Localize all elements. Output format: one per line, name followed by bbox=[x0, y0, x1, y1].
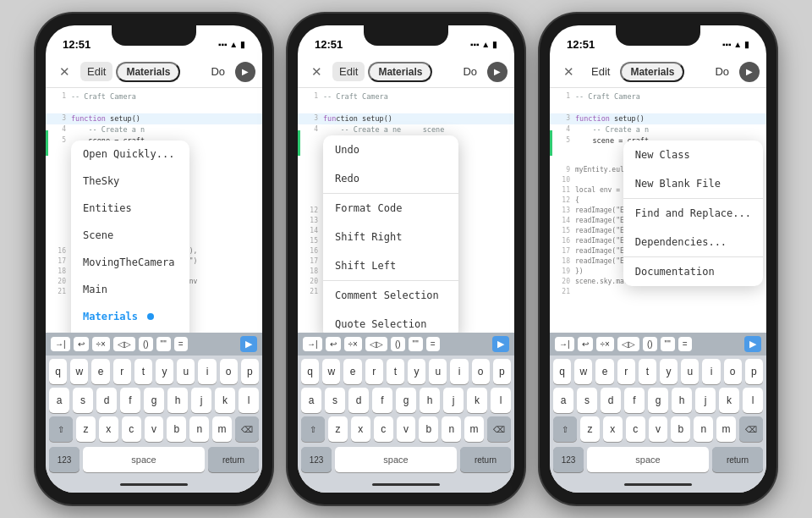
key-z-m[interactable]: z bbox=[328, 416, 348, 442]
key-shift[interactable]: ⇧ bbox=[49, 416, 73, 442]
edit-btn-right[interactable]: Edit bbox=[584, 62, 617, 81]
key-j-m[interactable]: j bbox=[443, 388, 464, 413]
key-p-r[interactable]: p bbox=[745, 359, 763, 384]
key-c-r[interactable]: c bbox=[626, 416, 645, 442]
arrow-key-m[interactable]: ◁▷ bbox=[365, 337, 387, 351]
paren-key[interactable]: () bbox=[139, 337, 153, 351]
play-btn-right[interactable]: ▶ bbox=[739, 62, 760, 82]
key-l-r[interactable]: l bbox=[743, 388, 763, 413]
key-shift-r[interactable]: ⇧ bbox=[553, 416, 577, 442]
menu-item-comment-selection[interactable]: Comment Selection bbox=[323, 281, 458, 310]
key-l[interactable]: l bbox=[239, 388, 259, 413]
key-d-m[interactable]: d bbox=[348, 388, 369, 413]
key-j[interactable]: j bbox=[191, 388, 211, 413]
key-g-r[interactable]: g bbox=[648, 388, 668, 413]
arrow-key[interactable]: ◁▷ bbox=[113, 337, 135, 351]
key-p-m[interactable]: p bbox=[493, 359, 511, 384]
materials-dropdown-left[interactable]: Open Quickly... TheSky Entities Scene Mo… bbox=[71, 141, 189, 333]
tab-key-r[interactable]: →| bbox=[555, 337, 574, 351]
close-btn-left[interactable]: ✕ bbox=[52, 61, 77, 83]
return-key-toolbar[interactable]: ↩ bbox=[74, 337, 89, 351]
key-n-r[interactable]: n bbox=[694, 416, 713, 442]
menu-item-dependencies[interactable]: Dependencies... bbox=[623, 228, 763, 256]
menu-item-entities[interactable]: Entities bbox=[71, 195, 189, 222]
key-return-middle[interactable]: return bbox=[460, 447, 511, 472]
key-i-r[interactable]: i bbox=[702, 359, 720, 384]
key-a-r[interactable]: a bbox=[553, 388, 573, 413]
key-s-m[interactable]: s bbox=[325, 388, 345, 413]
tab-key[interactable]: →| bbox=[51, 337, 70, 351]
close-btn-middle[interactable]: ✕ bbox=[304, 61, 329, 83]
edit-btn-middle[interactable]: Edit bbox=[332, 62, 365, 81]
paren-key-m[interactable]: () bbox=[391, 337, 405, 351]
menu-item-materials[interactable]: Materials bbox=[71, 303, 189, 330]
menu-item-shift-left[interactable]: Shift Left bbox=[323, 251, 458, 280]
key-a[interactable]: a bbox=[49, 388, 69, 413]
menu-item-movingthecamera[interactable]: MovingTheCamera bbox=[71, 249, 189, 276]
key-r-r[interactable]: r bbox=[617, 359, 635, 384]
play-btn-middle[interactable]: ▶ bbox=[487, 62, 508, 82]
key-r[interactable]: r bbox=[113, 359, 131, 384]
key-x[interactable]: x bbox=[99, 416, 118, 442]
key-f[interactable]: f bbox=[120, 388, 140, 413]
next-key-r[interactable]: ▶ bbox=[744, 336, 761, 352]
materials-btn-middle[interactable]: Materials bbox=[368, 62, 432, 82]
key-e-m[interactable]: e bbox=[343, 359, 361, 384]
key-m-r[interactable]: m bbox=[716, 416, 736, 442]
key-c[interactable]: c bbox=[122, 416, 141, 442]
key-c-m[interactable]: c bbox=[374, 416, 393, 442]
key-w[interactable]: w bbox=[70, 359, 88, 384]
key-e-r[interactable]: e bbox=[595, 359, 613, 384]
key-k[interactable]: k bbox=[215, 388, 235, 413]
math-key[interactable]: ÷× bbox=[92, 337, 110, 351]
key-t[interactable]: t bbox=[134, 359, 152, 384]
key-q[interactable]: q bbox=[49, 359, 67, 384]
menu-item-thesun[interactable]: TheSun bbox=[71, 330, 189, 333]
key-v-m[interactable]: v bbox=[397, 416, 416, 442]
eq-key[interactable]: = bbox=[174, 337, 188, 351]
menu-item-shift-right[interactable]: Shift Right bbox=[323, 223, 458, 251]
key-u[interactable]: u bbox=[177, 359, 195, 384]
menu-item-find-replace[interactable]: Find and Replace... bbox=[623, 199, 763, 228]
quote-key[interactable]: "" bbox=[156, 337, 171, 351]
materials-btn-right[interactable]: Materials bbox=[620, 62, 684, 82]
key-o-m[interactable]: o bbox=[472, 359, 490, 384]
key-s[interactable]: s bbox=[73, 388, 93, 413]
menu-item-documentation[interactable]: Documentation bbox=[623, 257, 763, 286]
key-u-r[interactable]: u bbox=[681, 359, 699, 384]
key-a-m[interactable]: a bbox=[301, 388, 321, 413]
paren-key-r[interactable]: () bbox=[643, 337, 657, 351]
key-123-right[interactable]: 123 bbox=[553, 447, 584, 472]
edit-dropdown-middle[interactable]: Undo Redo Format Code Shift Right Shift … bbox=[323, 135, 458, 333]
math-key-r[interactable]: ÷× bbox=[596, 337, 614, 351]
close-btn-right[interactable]: ✕ bbox=[557, 61, 581, 83]
key-v-r[interactable]: v bbox=[649, 416, 668, 442]
do-btn-middle[interactable]: Do bbox=[456, 62, 484, 81]
return-key-toolbar-m[interactable]: ↩ bbox=[326, 337, 341, 351]
menu-item-new-blank-file[interactable]: New Blank File bbox=[623, 169, 763, 198]
edit-btn-left[interactable]: Edit bbox=[80, 62, 112, 81]
key-l-m[interactable]: l bbox=[491, 388, 511, 413]
key-e[interactable]: e bbox=[91, 359, 109, 384]
key-m-m[interactable]: m bbox=[464, 416, 484, 442]
key-m[interactable]: m bbox=[212, 416, 232, 442]
quote-key-m[interactable]: "" bbox=[409, 337, 423, 351]
quote-key-r[interactable]: "" bbox=[661, 337, 675, 351]
key-s-r[interactable]: s bbox=[577, 388, 597, 413]
key-d[interactable]: d bbox=[96, 388, 117, 413]
key-y[interactable]: y bbox=[156, 359, 173, 384]
key-b-m[interactable]: b bbox=[419, 416, 438, 442]
key-n[interactable]: n bbox=[189, 416, 209, 442]
key-j-r[interactable]: j bbox=[695, 388, 716, 413]
key-space-middle[interactable]: space bbox=[335, 447, 457, 472]
key-o[interactable]: o bbox=[220, 359, 238, 384]
key-z[interactable]: z bbox=[76, 416, 96, 442]
key-shift-m[interactable]: ⇧ bbox=[301, 416, 325, 442]
key-h[interactable]: h bbox=[167, 388, 188, 413]
key-d-r[interactable]: d bbox=[601, 388, 621, 413]
key-123-left[interactable]: 123 bbox=[49, 447, 80, 472]
key-delete[interactable]: ⌫ bbox=[235, 416, 259, 442]
key-i[interactable]: i bbox=[198, 359, 216, 384]
key-y-r[interactable]: y bbox=[660, 359, 678, 384]
key-space-left[interactable]: space bbox=[83, 447, 205, 472]
